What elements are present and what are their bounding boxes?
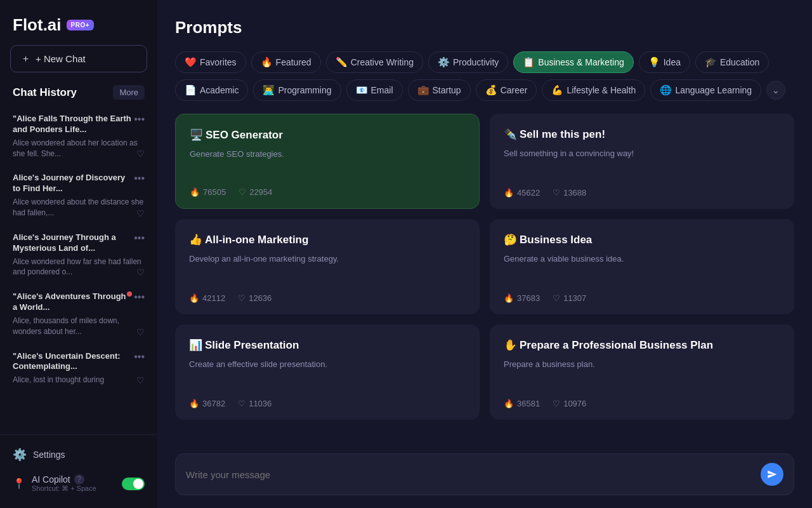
prompt-card-slide-presentation[interactable]: 📊Slide PresentationCreate an effective s… xyxy=(175,324,480,420)
chat-item-title: "Alice's Adventures Through a World... xyxy=(13,291,131,313)
send-icon xyxy=(767,469,777,479)
filter-label-email: Email xyxy=(371,85,393,95)
card-description: Generate SEO strategies. xyxy=(190,148,465,177)
chat-input[interactable] xyxy=(186,469,753,480)
chat-input-area xyxy=(157,446,812,508)
page-title: Prompts xyxy=(175,18,794,37)
card-description: Develop an all-in-one marketing strategy… xyxy=(189,253,466,283)
filter-icon-creative-writing: ✏️ xyxy=(336,57,348,68)
chat-item-preview: Alice, thousands of miles down, wonders … xyxy=(13,316,145,337)
chat-item-menu-dots[interactable]: ••• xyxy=(131,291,145,303)
filter-chip-career[interactable]: 💰Career xyxy=(476,79,537,101)
card-heart-stat[interactable]: ♡11307 xyxy=(553,293,586,303)
filter-chip-language-learning[interactable]: 🌐Language Learning xyxy=(650,79,761,101)
filter-icon-lifestyle-health: 💪 xyxy=(551,84,563,96)
chat-item-preview: Alice wondered about her location as she… xyxy=(13,138,145,159)
filter-chip-featured[interactable]: 🔥Featured xyxy=(251,51,321,73)
prompt-card-seo-generator[interactable]: 🖥️SEO GeneratorGenerate SEO strategies.🔥… xyxy=(175,114,480,209)
filter-chip-lifestyle-health[interactable]: 💪Lifestyle & Health xyxy=(542,79,645,101)
card-stats: 🔥36581♡10976 xyxy=(504,399,780,408)
filter-label-language-learning: Language Learning xyxy=(675,85,752,95)
filter-icon-favorites: ❤️ xyxy=(185,57,197,68)
filter-chip-academic[interactable]: 📄Academic xyxy=(175,79,248,101)
filter-icon-academic: 📄 xyxy=(185,84,197,96)
card-fire-stat: 🔥37683 xyxy=(504,293,540,303)
filter-chip-education[interactable]: 🎓Education xyxy=(695,51,769,73)
new-chat-label: + New Chat xyxy=(36,53,86,64)
card-icon-slide-presentation: 📊 xyxy=(189,338,202,352)
card-icon-sell-me-pen: ✒️ xyxy=(504,128,517,141)
chat-item-menu-dots[interactable]: ••• xyxy=(131,351,145,363)
chat-history-header: Chat History More xyxy=(0,83,157,107)
filter-label-business-marketing: Business & Marketing xyxy=(538,57,624,67)
chat-item-menu-dots[interactable]: ••• xyxy=(131,173,145,184)
filter-chip-email[interactable]: 📧Email xyxy=(346,79,403,101)
fire-icon: 🔥 xyxy=(189,293,199,303)
prompt-card-business-plan[interactable]: ✋Prepare a Professional Business PlanPre… xyxy=(490,324,794,420)
fire-count: 36581 xyxy=(517,399,540,408)
heart-icon: ♡ xyxy=(553,293,560,303)
chat-list-item[interactable]: "Alice's Adventures Through a World...••… xyxy=(5,285,152,343)
card-fire-stat: 🔥36782 xyxy=(189,399,225,408)
logo-area: Flot.ai PRO+ xyxy=(0,0,157,45)
filter-expand-button[interactable]: ⌄ xyxy=(766,81,785,100)
chat-item-menu-dots[interactable]: ••• xyxy=(131,232,145,244)
heart-count: 10976 xyxy=(563,399,586,408)
card-stats: 🔥42112♡12636 xyxy=(189,293,466,303)
card-title: 📊Slide Presentation xyxy=(189,338,466,352)
fire-count: 42112 xyxy=(202,293,225,303)
prompt-card-all-in-one-marketing[interactable]: 👍All-in-one MarketingDevelop an all-in-o… xyxy=(175,219,480,314)
main-content: Prompts ❤️Favorites🔥Featured✏️Creative W… xyxy=(157,0,812,508)
chat-item-heart[interactable]: ♡ xyxy=(136,327,145,337)
card-heart-stat[interactable]: ♡11036 xyxy=(238,399,272,408)
chat-list-item[interactable]: "Alice Falls Through the Earth and Ponde… xyxy=(5,107,152,165)
card-heart-stat[interactable]: ♡10976 xyxy=(553,399,586,408)
chat-item-heart[interactable]: ♡ xyxy=(136,149,145,159)
prompt-card-business-idea[interactable]: 🤔Business IdeaGenerate a viable business… xyxy=(490,219,794,314)
card-fire-stat: 🔥76505 xyxy=(190,187,226,197)
chat-item-title: Alice's Journey Through a Mysterious Lan… xyxy=(13,232,131,254)
settings-row[interactable]: ⚙️ Settings xyxy=(10,443,147,467)
settings-icon: ⚙️ xyxy=(13,448,27,462)
send-button[interactable] xyxy=(761,463,783,486)
chat-item-menu-dots[interactable]: ••• xyxy=(131,114,145,125)
filter-chip-idea[interactable]: 💡Idea xyxy=(639,51,690,73)
filter-label-programming: Programming xyxy=(278,85,331,95)
card-icon-all-in-one-marketing: 👍 xyxy=(189,233,202,246)
chat-list-item[interactable]: Alice's Journey of Discovery to Find Her… xyxy=(5,166,152,224)
help-icon[interactable]: ? xyxy=(74,474,84,485)
pro-badge: PRO+ xyxy=(67,20,95,30)
filter-icon-featured: 🔥 xyxy=(261,57,273,68)
card-fire-stat: 🔥36581 xyxy=(504,399,540,408)
chat-list-item[interactable]: Alice's Journey Through a Mysterious Lan… xyxy=(5,226,152,284)
chat-item-heart[interactable]: ♡ xyxy=(136,208,145,218)
prompts-area: Prompts ❤️Favorites🔥Featured✏️Creative W… xyxy=(157,0,812,446)
fire-count: 76505 xyxy=(203,187,226,197)
filter-chip-business-marketing[interactable]: 📋Business & Marketing xyxy=(513,51,633,73)
card-title: 👍All-in-one Marketing xyxy=(189,233,466,246)
more-button[interactable]: More xyxy=(113,85,145,100)
new-chat-button[interactable]: ＋ + New Chat xyxy=(10,45,147,72)
filter-icon-business-marketing: 📋 xyxy=(523,57,535,68)
filter-chip-creative-writing[interactable]: ✏️Creative Writing xyxy=(326,51,423,73)
prompt-card-sell-me-pen[interactable]: ✒️Sell me this pen!Sell something in a c… xyxy=(490,114,794,209)
card-stats: 🔥36782♡11036 xyxy=(189,399,466,408)
chat-list-item[interactable]: "Alice's Uncertain Descent: Contemplatin… xyxy=(5,345,152,392)
filter-chip-startup[interactable]: 💼Startup xyxy=(408,79,471,101)
chat-item-heart[interactable]: ♡ xyxy=(136,267,145,277)
filter-label-creative-writing: Creative Writing xyxy=(351,57,414,67)
fire-icon: 🔥 xyxy=(190,187,200,197)
filter-chip-productivity[interactable]: ⚙️Productivity xyxy=(428,51,508,73)
filter-label-idea: Idea xyxy=(664,57,681,67)
card-heart-stat[interactable]: ♡22954 xyxy=(239,187,272,197)
card-heart-stat[interactable]: ♡13688 xyxy=(553,188,586,197)
chat-item-heart[interactable]: ♡ xyxy=(136,375,145,385)
filter-label-featured: Featured xyxy=(276,57,311,67)
filter-chip-programming[interactable]: 👨‍💻Programming xyxy=(253,79,341,101)
ai-copilot-toggle[interactable] xyxy=(122,478,145,490)
chat-item-header: "Alice's Uncertain Descent: Contemplatin… xyxy=(13,351,145,373)
filter-icon-idea: 💡 xyxy=(648,57,660,68)
filter-chip-favorites[interactable]: ❤️Favorites xyxy=(175,51,246,73)
filter-icon-email: 📧 xyxy=(356,84,368,96)
card-heart-stat[interactable]: ♡12636 xyxy=(238,293,272,303)
